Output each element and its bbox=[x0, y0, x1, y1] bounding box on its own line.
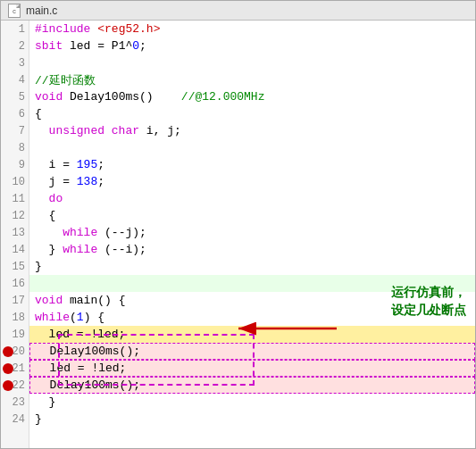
ln-2: 2 bbox=[1, 37, 29, 54]
code-line-15: } bbox=[29, 258, 475, 275]
ln-15: 15 bbox=[1, 258, 29, 275]
ln-16: 16 bbox=[1, 275, 29, 292]
ln-17: 17 bbox=[1, 292, 29, 309]
code-line-21: led = !led; bbox=[29, 360, 475, 377]
annotation-arrow bbox=[230, 315, 346, 345]
ln-6: 6 bbox=[1, 105, 29, 122]
ln-10: 10 bbox=[1, 173, 29, 190]
code-content[interactable]: #include <reg52.h> sbit led = P1^0; //延时… bbox=[29, 21, 475, 448]
code-line-9: i = 195; bbox=[29, 156, 475, 173]
breakpoint-dot-20[interactable] bbox=[3, 346, 13, 357]
ln-8: 8 bbox=[1, 139, 29, 156]
line-gutter: 1 2 3 4 5 6 7 8 9 10 11 12 13 14 15 16 1… bbox=[1, 21, 29, 448]
code-line-23: } bbox=[29, 394, 475, 411]
breakpoint-dot-22[interactable] bbox=[3, 380, 13, 391]
annotation-container: 运行仿真前， 设定几处断点 bbox=[391, 284, 466, 319]
code-line-3 bbox=[29, 54, 475, 71]
ln-1: 1 bbox=[1, 21, 29, 37]
breakpoint-dot-21[interactable] bbox=[3, 363, 13, 374]
ln-20: 20 bbox=[1, 343, 29, 360]
ln-5: 5 bbox=[1, 88, 29, 105]
ln-9: 9 bbox=[1, 156, 29, 173]
code-line-13: while (--j); bbox=[29, 224, 475, 241]
ln-18: 18 bbox=[1, 309, 29, 326]
ln-13: 13 bbox=[1, 224, 29, 241]
code-line-14: } while (--i); bbox=[29, 241, 475, 258]
ln-23: 23 bbox=[1, 394, 29, 411]
ln-11: 11 bbox=[1, 190, 29, 207]
title-bar: c main.c bbox=[1, 1, 475, 21]
ln-14: 14 bbox=[1, 241, 29, 258]
ln-12: 12 bbox=[1, 207, 29, 224]
code-line-2: sbit led = P1^0; bbox=[29, 37, 475, 54]
code-line-1: #include <reg52.h> bbox=[29, 21, 475, 37]
code-line-10: j = 138; bbox=[29, 173, 475, 190]
code-line-8 bbox=[29, 139, 475, 156]
code-area: 1 2 3 4 5 6 7 8 9 10 11 12 13 14 15 16 1… bbox=[1, 21, 475, 448]
code-line-6: { bbox=[29, 105, 475, 122]
ln-7: 7 bbox=[1, 122, 29, 139]
ln-3: 3 bbox=[1, 54, 29, 71]
title-text: main.c bbox=[26, 4, 57, 17]
ln-19: 19 bbox=[1, 326, 29, 343]
code-line-22: Delay100ms(); bbox=[29, 377, 475, 394]
code-lines: #include <reg52.h> sbit led = P1^0; //延时… bbox=[29, 21, 475, 428]
code-line-24: } bbox=[29, 411, 475, 428]
ln-21: 21 bbox=[1, 360, 29, 377]
file-icon: c bbox=[8, 4, 21, 18]
ln-22: 22 bbox=[1, 377, 29, 394]
editor-window: c main.c 1 2 3 4 5 6 7 8 9 10 11 12 13 1… bbox=[0, 0, 476, 449]
code-line-7: unsigned char i, j; bbox=[29, 122, 475, 139]
code-line-11: do bbox=[29, 190, 475, 207]
annotation-text: 运行仿真前， 设定几处断点 bbox=[391, 284, 466, 319]
ln-4: 4 bbox=[1, 71, 29, 88]
code-line-12: { bbox=[29, 207, 475, 224]
code-line-5: void Delay100ms() //@12.000MHz bbox=[29, 88, 475, 105]
ln-24: 24 bbox=[1, 411, 29, 428]
code-line-4: //延时函数 bbox=[29, 71, 475, 88]
